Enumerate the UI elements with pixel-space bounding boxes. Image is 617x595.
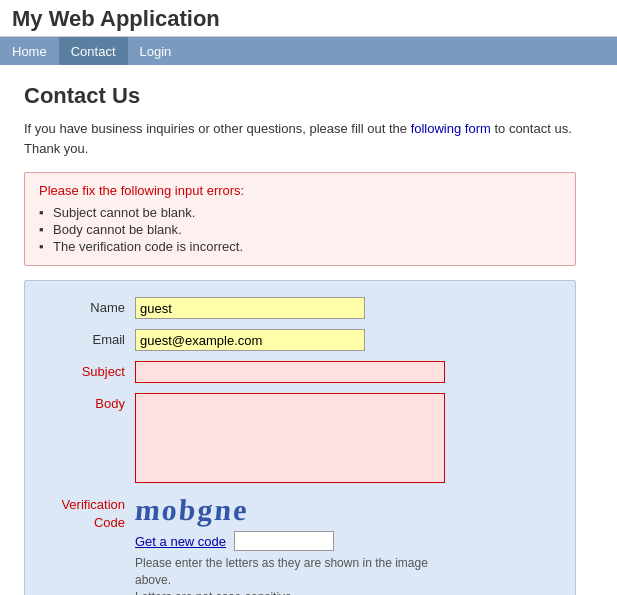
error-title: Please fix the following input errors: <box>39 183 561 198</box>
subject-row: Subject <box>45 361 555 383</box>
error-list: Subject cannot be blank. Body cannot be … <box>39 204 561 255</box>
name-row: Name <box>45 297 555 319</box>
captcha-hint: Please enter the letters as they are sho… <box>135 555 445 595</box>
form-container: Name Email Subject Body VerificationCode… <box>24 280 576 595</box>
error-item: Subject cannot be blank. <box>39 204 561 221</box>
app-title: My Web Application <box>12 6 220 31</box>
error-box: Please fix the following input errors: S… <box>24 172 576 266</box>
error-item: The verification code is incorrect. <box>39 238 561 255</box>
nav-item-login[interactable]: Login <box>128 37 184 65</box>
name-input[interactable] <box>135 297 365 319</box>
page-title: Contact Us <box>24 83 576 109</box>
error-item: Body cannot be blank. <box>39 221 561 238</box>
app-header: My Web Application <box>0 0 617 37</box>
verification-row: VerificationCode mobgne Get a new code P… <box>45 493 555 595</box>
nav-item-contact[interactable]: Contact <box>59 37 128 65</box>
nav-item-home[interactable]: Home <box>0 37 59 65</box>
captcha-input[interactable] <box>234 531 334 551</box>
intro-text-content: If you have business inquiries or other … <box>24 121 572 156</box>
body-label: Body <box>45 393 135 411</box>
verification-content: mobgne Get a new code Please enter the l… <box>135 493 445 595</box>
email-label: Email <box>45 329 135 347</box>
email-row: Email <box>45 329 555 351</box>
name-label: Name <box>45 297 135 315</box>
intro-text: If you have business inquiries or other … <box>24 119 576 158</box>
body-row: Body <box>45 393 555 483</box>
main-content: Contact Us If you have business inquirie… <box>0 65 600 595</box>
captcha-image: mobgne <box>134 493 447 527</box>
get-new-code-link[interactable]: Get a new code <box>135 534 226 549</box>
verification-label: VerificationCode <box>45 493 135 532</box>
subject-input[interactable] <box>135 361 445 383</box>
captcha-row: Get a new code <box>135 531 445 551</box>
nav-bar: Home Contact Login <box>0 37 617 65</box>
captcha-hint-line1: Please enter the letters as they are sho… <box>135 556 428 587</box>
email-input[interactable] <box>135 329 365 351</box>
captcha-hint-line2: Letters are not case-sensitive. <box>135 590 295 595</box>
subject-label: Subject <box>45 361 135 379</box>
body-input[interactable] <box>135 393 445 483</box>
